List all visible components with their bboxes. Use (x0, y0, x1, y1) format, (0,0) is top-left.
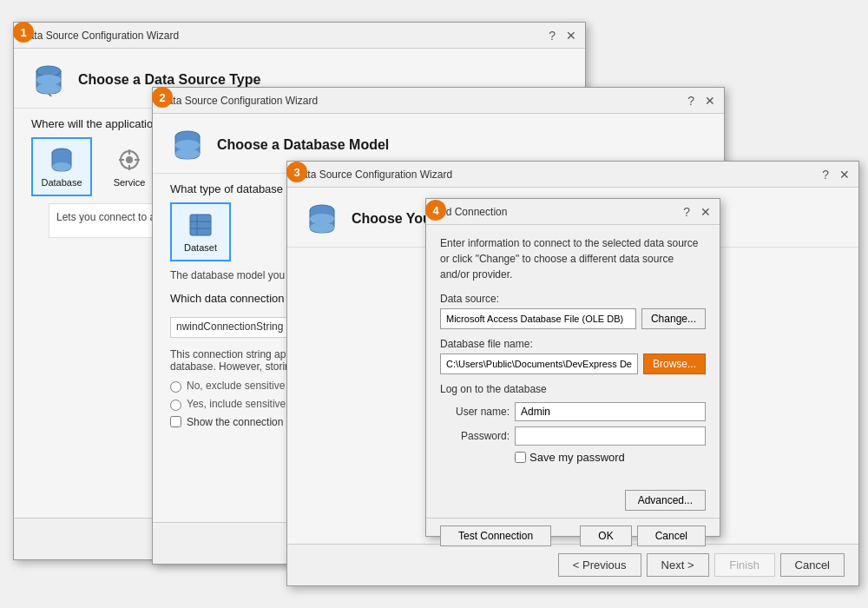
dialog-3-finish-btn[interactable]: Finish (714, 553, 775, 577)
dialog-1-titlebar: Data Source Configuration Wizard ? ✕ (14, 23, 585, 49)
browse-btn[interactable]: Browse... (643, 354, 706, 374)
dialog-1-help[interactable]: ? (547, 30, 557, 42)
logon-section: Log on to the database User name: Passwo… (440, 383, 706, 446)
dialog-2-db-icon (170, 128, 205, 162)
password-label: Password: (440, 430, 510, 442)
dialog-2-controls: ? ✕ (686, 95, 717, 107)
logon-username-row: User name: (440, 402, 706, 421)
cancel-btn[interactable]: Cancel (637, 525, 706, 546)
svg-point-22 (310, 214, 334, 224)
svg-point-15 (175, 140, 200, 150)
add-connection-body: Enter information to connect to the sele… (426, 225, 720, 483)
dbfile-field-label: Database file name: (440, 338, 706, 350)
add-connection-controls: ? ✕ (681, 206, 713, 218)
add-connection-close[interactable]: ✕ (699, 206, 713, 218)
dialog-3-prev-btn[interactable]: < Previous (558, 553, 641, 577)
step-badge-3: 3 (286, 162, 307, 182)
datasource-database-label: Database (41, 177, 82, 188)
svg-line-3 (49, 94, 55, 96)
add-connection-description: Enter information to connect to the sele… (440, 235, 706, 282)
dialog-3-help[interactable]: ? (820, 169, 831, 181)
datasource-input[interactable] (440, 308, 636, 329)
datasource-service-label: Service (114, 177, 146, 188)
add-connection-dialog: Add Connection ? ✕ Enter information to … (425, 198, 720, 537)
test-conn-section: Test Connection (440, 525, 551, 546)
username-input[interactable] (515, 402, 706, 421)
logon-password-row: Password: (440, 426, 706, 446)
dialog-2-header-title: Choose a Database Model (217, 137, 389, 153)
save-password-checkbox[interactable] (515, 452, 526, 463)
svg-point-8 (126, 156, 133, 163)
radio-no-sensitive[interactable] (170, 381, 181, 393)
dialog-2-titlebar: Data Source Configuration Wizard ? ✕ (153, 88, 724, 114)
add-connection-footer: Advanced... (426, 483, 720, 518)
add-connection-help[interactable]: ? (681, 206, 692, 218)
dialog-3-cancel-btn[interactable]: Cancel (780, 553, 845, 577)
dbfile-field-row: Browse... (440, 354, 706, 374)
dialog-1-header-title: Choose a Data Source Type (78, 72, 260, 88)
save-password-row: Save my password (515, 451, 706, 464)
ok-cancel-section: OK Cancel (580, 525, 706, 546)
step-badge-1: 1 (13, 22, 34, 43)
svg-point-2 (36, 75, 61, 85)
datasource-field-label: Data source: (440, 293, 706, 305)
ok-btn[interactable]: OK (580, 525, 631, 546)
change-datasource-btn[interactable]: Change... (641, 308, 706, 329)
type-dataset-item[interactable]: Dataset (170, 202, 231, 261)
test-connection-btn[interactable]: Test Connection (440, 525, 551, 546)
dialog-2-close[interactable]: ✕ (703, 95, 717, 107)
step-badge-2: 2 (152, 87, 173, 108)
add-connection-titlebar: Add Connection ? ✕ (426, 199, 720, 225)
dialog-3-close[interactable]: ✕ (838, 169, 852, 181)
password-input[interactable] (515, 426, 706, 446)
dialog-1-close[interactable]: ✕ (564, 30, 578, 42)
dialog-2-title: Data Source Configuration Wizard (160, 95, 318, 107)
dialog-1-controls: ? ✕ (547, 30, 578, 42)
step-badge-4: 4 (425, 200, 446, 221)
dialog-1-db-icon (31, 63, 66, 97)
svg-point-6 (52, 162, 71, 171)
dialog-3-controls: ? ✕ (820, 169, 852, 181)
save-password-label: Save my password (529, 451, 625, 464)
radio-yes-sensitive[interactable] (170, 400, 181, 411)
datasource-field-row: Change... (440, 308, 706, 329)
dialog-3-title: Data Source Configuration Wizard (294, 169, 452, 181)
datasource-database-item[interactable]: Database (31, 137, 92, 196)
logon-title: Log on to the database (440, 383, 706, 395)
dialog-3-titlebar: Data Source Configuration Wizard ? ✕ (287, 162, 858, 188)
username-label: User name: (440, 406, 510, 418)
svg-rect-16 (190, 215, 211, 235)
dialog-3-db-icon (305, 202, 339, 236)
dialog-3-next-btn[interactable]: Next > (647, 553, 709, 577)
add-connection-bottom-bar: Test Connection OK Cancel (426, 518, 720, 553)
dialog-1-title: Data Source Configuration Wizard (21, 30, 179, 42)
dbfile-input[interactable] (440, 354, 638, 374)
dialog-2-help[interactable]: ? (686, 95, 696, 107)
advanced-btn[interactable]: Advanced... (625, 490, 706, 511)
show-connstr-checkbox[interactable] (170, 416, 181, 427)
datasource-service-item[interactable]: Service (99, 137, 160, 196)
type-dataset-label: Dataset (184, 242, 217, 253)
